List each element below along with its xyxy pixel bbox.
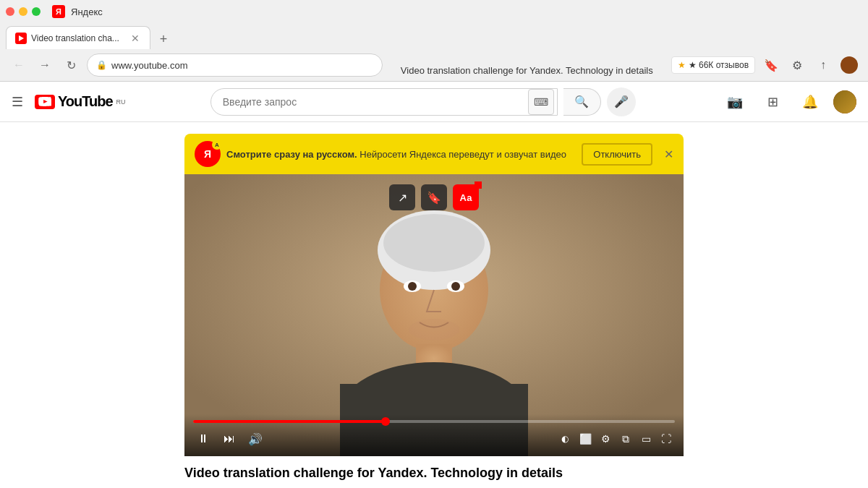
- page-title-bar: Video translation challenge for Yandex. …: [401, 65, 653, 76]
- video-container: Я A Смотрите сразу на русском. Нейросети…: [184, 122, 684, 488]
- youtube-country-code: RU: [116, 98, 126, 106]
- banner-disable-button[interactable]: Отключить: [582, 143, 652, 166]
- banner-description-text: Нейросети Яндекса переведут и озвучат ви…: [359, 149, 566, 160]
- svg-point-3: [383, 214, 485, 272]
- header-right: 📷 ⊞ 🔔: [720, 87, 856, 116]
- translate-badge: [475, 181, 482, 189]
- yandex-logo-letter: Я: [204, 148, 211, 160]
- title-bar: Я Яндекс: [0, 0, 868, 23]
- youtube-logo[interactable]: YouTubeRU: [35, 93, 126, 110]
- bookmark-video-button[interactable]: 🔖: [421, 184, 447, 210]
- browser-chrome: Я Яндекс Video translation cha... ✕ + ← …: [0, 0, 868, 82]
- bookmark-icon[interactable]: 🔖: [761, 55, 781, 75]
- mic-icon: 🎤: [614, 95, 629, 108]
- progress-dot: [381, 417, 390, 426]
- apps-button[interactable]: ⊞: [758, 87, 787, 116]
- video-overlay-icons: ↗ 🔖 Аа: [389, 184, 479, 210]
- bookmark-video-icon: 🔖: [427, 191, 441, 205]
- create-button[interactable]: 📷: [720, 87, 749, 116]
- banner-description: Смотрите сразу на русском. Нейросети Янд…: [226, 149, 576, 160]
- hamburger-menu-button[interactable]: ☰: [12, 94, 23, 110]
- user-avatar[interactable]: [833, 90, 856, 114]
- banner-bold-text: Смотрите сразу на русском.: [226, 149, 357, 160]
- forward-button[interactable]: →: [35, 55, 55, 75]
- yandex-translation-banner: Я A Смотрите сразу на русском. Нейросети…: [184, 134, 684, 174]
- banner-close-button[interactable]: ✕: [664, 147, 673, 161]
- fullscreen-button[interactable]: ⛶: [658, 430, 675, 448]
- review-badge[interactable]: ★ ★ 66К отзывов: [671, 56, 755, 74]
- speed-indicator[interactable]: ◐: [556, 430, 574, 448]
- video-settings-button[interactable]: ⚙: [597, 430, 614, 448]
- svg-point-9: [408, 282, 417, 291]
- traffic-lights: [6, 7, 41, 16]
- controls-row: ⏸ ⏭ 🔊 ◐ ⬜ ⚙ ⧉ ▭ ⛶: [193, 429, 675, 449]
- play-pause-button[interactable]: ⏸: [193, 429, 213, 449]
- tab-favicon: [15, 33, 27, 44]
- refresh-button[interactable]: ↻: [61, 55, 81, 75]
- external-link-icon: ↗: [398, 191, 407, 205]
- tab-title: Video translation cha...: [31, 33, 125, 43]
- translate-button-wrapper: Аа: [453, 184, 479, 210]
- close-window-button[interactable]: [6, 7, 14, 16]
- back-button[interactable]: ←: [9, 55, 29, 75]
- translate-icon: Аа: [460, 192, 472, 203]
- next-button[interactable]: ⏭: [219, 429, 239, 449]
- subtitles-button[interactable]: ⬜: [576, 430, 594, 448]
- yandex-banner-logo: Я A: [195, 141, 221, 167]
- video-info: Video translation challenge for Yandex. …: [184, 456, 684, 488]
- share-icon[interactable]: ↑: [813, 55, 833, 75]
- active-tab[interactable]: Video translation cha... ✕: [6, 26, 150, 49]
- new-tab-button[interactable]: +: [153, 29, 174, 49]
- voice-search-button[interactable]: 🎤: [607, 87, 636, 116]
- grid-icon: ⊞: [767, 94, 778, 110]
- url-text: www.youtube.com: [111, 60, 373, 71]
- search-input[interactable]: [211, 90, 528, 114]
- lock-icon: 🔒: [96, 60, 107, 70]
- video-player[interactable]: ↗ 🔖 Аа: [184, 174, 684, 456]
- youtube-logo-text: YouTube: [58, 93, 113, 110]
- search-button[interactable]: 🔍: [563, 88, 601, 116]
- theater-mode-button[interactable]: ▭: [637, 430, 655, 448]
- settings-icon[interactable]: ⚙: [787, 55, 807, 75]
- bell-icon: 🔔: [802, 94, 818, 110]
- camera-icon: 📷: [727, 94, 743, 110]
- profile-icon[interactable]: [839, 55, 859, 75]
- miniplayer-button[interactable]: ⧉: [617, 430, 634, 448]
- tab-bar: Video translation cha... ✕ +: [0, 23, 868, 49]
- maximize-window-button[interactable]: [32, 7, 41, 16]
- header-search-area: ⌨ 🔍 🎤: [126, 87, 720, 116]
- youtube-header: ☰ YouTubeRU ⌨ 🔍 🎤 📷 ⊞ 🔔: [0, 82, 868, 122]
- star-icon: ★: [678, 60, 686, 70]
- youtube-logo-icon: [35, 95, 55, 109]
- search-icon: 🔍: [574, 95, 589, 108]
- review-count: ★ 66К отзывов: [689, 60, 749, 70]
- yandex-favicon: Я: [52, 5, 65, 18]
- tab-close-button[interactable]: ✕: [129, 31, 141, 46]
- right-controls: ◐ ⬜ ⚙ ⧉ ▭ ⛶: [556, 430, 675, 448]
- notifications-button[interactable]: 🔔: [796, 87, 825, 116]
- external-link-button[interactable]: ↗: [389, 184, 415, 210]
- browser-app-title: Яндекс: [71, 7, 103, 17]
- progress-fill: [193, 420, 386, 423]
- svg-point-10: [451, 282, 460, 291]
- svg-point-11: [409, 319, 459, 341]
- minimize-window-button[interactable]: [19, 7, 27, 16]
- header-left: ☰ YouTubeRU: [12, 93, 126, 110]
- progress-bar[interactable]: [193, 420, 675, 423]
- keyboard-icon[interactable]: ⌨: [528, 89, 554, 115]
- video-controls: ⏸ ⏭ 🔊 ◐ ⬜ ⚙ ⧉ ▭ ⛶: [184, 414, 684, 456]
- volume-button[interactable]: 🔊: [245, 429, 265, 449]
- search-bar[interactable]: ⌨: [210, 88, 558, 116]
- main-content: Я A Смотрите сразу на русском. Нейросети…: [0, 122, 868, 488]
- url-bar[interactable]: 🔒 www.youtube.com: [87, 53, 383, 77]
- address-bar: ← → ↻ 🔒 www.youtube.com Video translatio…: [0, 49, 868, 81]
- video-title: Video translation challenge for Yandex. …: [184, 465, 684, 481]
